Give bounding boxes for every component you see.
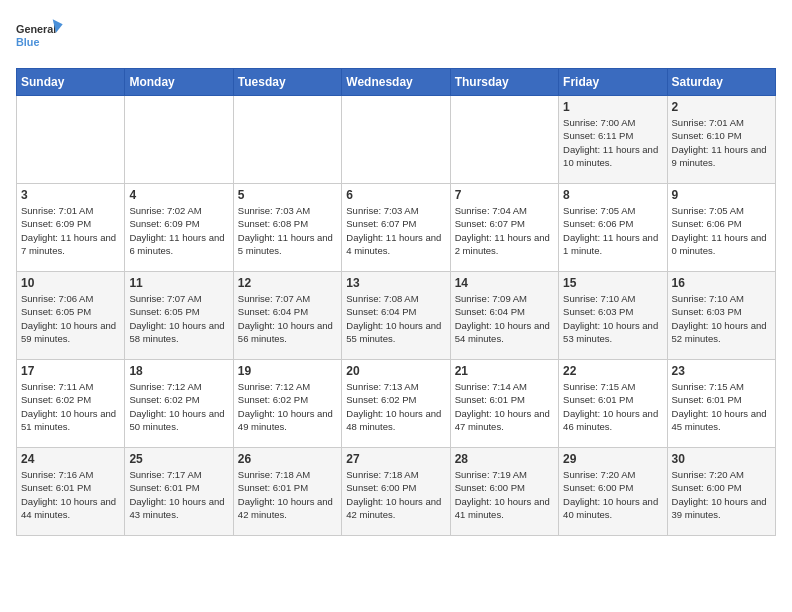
day-number: 8 <box>563 188 662 202</box>
weekday-header: Monday <box>125 69 233 96</box>
cell-info: Sunrise: 7:02 AM Sunset: 6:09 PM Dayligh… <box>129 204 228 257</box>
day-number: 12 <box>238 276 337 290</box>
day-number: 24 <box>21 452 120 466</box>
cell-info: Sunrise: 7:19 AM Sunset: 6:00 PM Dayligh… <box>455 468 554 521</box>
cell-info: Sunrise: 7:14 AM Sunset: 6:01 PM Dayligh… <box>455 380 554 433</box>
calendar-cell: 24Sunrise: 7:16 AM Sunset: 6:01 PM Dayli… <box>17 448 125 536</box>
calendar-cell: 18Sunrise: 7:12 AM Sunset: 6:02 PM Dayli… <box>125 360 233 448</box>
cell-info: Sunrise: 7:07 AM Sunset: 6:05 PM Dayligh… <box>129 292 228 345</box>
cell-info: Sunrise: 7:01 AM Sunset: 6:09 PM Dayligh… <box>21 204 120 257</box>
day-number: 14 <box>455 276 554 290</box>
cell-info: Sunrise: 7:03 AM Sunset: 6:08 PM Dayligh… <box>238 204 337 257</box>
calendar-week-row: 10Sunrise: 7:06 AM Sunset: 6:05 PM Dayli… <box>17 272 776 360</box>
day-number: 26 <box>238 452 337 466</box>
calendar-cell: 28Sunrise: 7:19 AM Sunset: 6:00 PM Dayli… <box>450 448 558 536</box>
day-number: 21 <box>455 364 554 378</box>
cell-info: Sunrise: 7:18 AM Sunset: 6:01 PM Dayligh… <box>238 468 337 521</box>
day-number: 19 <box>238 364 337 378</box>
cell-info: Sunrise: 7:08 AM Sunset: 6:04 PM Dayligh… <box>346 292 445 345</box>
weekday-header: Thursday <box>450 69 558 96</box>
calendar-table: SundayMondayTuesdayWednesdayThursdayFrid… <box>16 68 776 536</box>
calendar-cell <box>233 96 341 184</box>
calendar-cell <box>450 96 558 184</box>
cell-info: Sunrise: 7:05 AM Sunset: 6:06 PM Dayligh… <box>672 204 771 257</box>
calendar-cell: 1Sunrise: 7:00 AM Sunset: 6:11 PM Daylig… <box>559 96 667 184</box>
calendar-cell: 10Sunrise: 7:06 AM Sunset: 6:05 PM Dayli… <box>17 272 125 360</box>
day-number: 10 <box>21 276 120 290</box>
day-number: 7 <box>455 188 554 202</box>
calendar-cell: 21Sunrise: 7:14 AM Sunset: 6:01 PM Dayli… <box>450 360 558 448</box>
cell-info: Sunrise: 7:04 AM Sunset: 6:07 PM Dayligh… <box>455 204 554 257</box>
cell-info: Sunrise: 7:20 AM Sunset: 6:00 PM Dayligh… <box>563 468 662 521</box>
cell-info: Sunrise: 7:17 AM Sunset: 6:01 PM Dayligh… <box>129 468 228 521</box>
calendar-cell <box>17 96 125 184</box>
weekday-header: Tuesday <box>233 69 341 96</box>
calendar-cell: 16Sunrise: 7:10 AM Sunset: 6:03 PM Dayli… <box>667 272 775 360</box>
day-number: 17 <box>21 364 120 378</box>
logo: General Blue <box>16 16 66 56</box>
cell-info: Sunrise: 7:16 AM Sunset: 6:01 PM Dayligh… <box>21 468 120 521</box>
cell-info: Sunrise: 7:00 AM Sunset: 6:11 PM Dayligh… <box>563 116 662 169</box>
calendar-cell: 11Sunrise: 7:07 AM Sunset: 6:05 PM Dayli… <box>125 272 233 360</box>
cell-info: Sunrise: 7:05 AM Sunset: 6:06 PM Dayligh… <box>563 204 662 257</box>
day-number: 1 <box>563 100 662 114</box>
calendar-week-row: 1Sunrise: 7:00 AM Sunset: 6:11 PM Daylig… <box>17 96 776 184</box>
cell-info: Sunrise: 7:10 AM Sunset: 6:03 PM Dayligh… <box>672 292 771 345</box>
calendar-cell: 7Sunrise: 7:04 AM Sunset: 6:07 PM Daylig… <box>450 184 558 272</box>
calendar-week-row: 3Sunrise: 7:01 AM Sunset: 6:09 PM Daylig… <box>17 184 776 272</box>
calendar-cell: 15Sunrise: 7:10 AM Sunset: 6:03 PM Dayli… <box>559 272 667 360</box>
day-number: 3 <box>21 188 120 202</box>
day-number: 18 <box>129 364 228 378</box>
calendar-cell: 4Sunrise: 7:02 AM Sunset: 6:09 PM Daylig… <box>125 184 233 272</box>
cell-info: Sunrise: 7:09 AM Sunset: 6:04 PM Dayligh… <box>455 292 554 345</box>
day-number: 11 <box>129 276 228 290</box>
day-number: 22 <box>563 364 662 378</box>
calendar-cell: 9Sunrise: 7:05 AM Sunset: 6:06 PM Daylig… <box>667 184 775 272</box>
cell-info: Sunrise: 7:13 AM Sunset: 6:02 PM Dayligh… <box>346 380 445 433</box>
day-number: 13 <box>346 276 445 290</box>
calendar-cell <box>342 96 450 184</box>
calendar-cell: 19Sunrise: 7:12 AM Sunset: 6:02 PM Dayli… <box>233 360 341 448</box>
cell-info: Sunrise: 7:12 AM Sunset: 6:02 PM Dayligh… <box>238 380 337 433</box>
cell-info: Sunrise: 7:10 AM Sunset: 6:03 PM Dayligh… <box>563 292 662 345</box>
cell-info: Sunrise: 7:03 AM Sunset: 6:07 PM Dayligh… <box>346 204 445 257</box>
calendar-cell: 26Sunrise: 7:18 AM Sunset: 6:01 PM Dayli… <box>233 448 341 536</box>
weekday-header: Friday <box>559 69 667 96</box>
cell-info: Sunrise: 7:15 AM Sunset: 6:01 PM Dayligh… <box>563 380 662 433</box>
calendar-cell: 8Sunrise: 7:05 AM Sunset: 6:06 PM Daylig… <box>559 184 667 272</box>
calendar-cell: 14Sunrise: 7:09 AM Sunset: 6:04 PM Dayli… <box>450 272 558 360</box>
weekday-header: Saturday <box>667 69 775 96</box>
calendar-cell: 13Sunrise: 7:08 AM Sunset: 6:04 PM Dayli… <box>342 272 450 360</box>
day-number: 5 <box>238 188 337 202</box>
svg-text:Blue: Blue <box>16 36 39 48</box>
cell-info: Sunrise: 7:20 AM Sunset: 6:00 PM Dayligh… <box>672 468 771 521</box>
day-number: 23 <box>672 364 771 378</box>
day-number: 27 <box>346 452 445 466</box>
logo-svg: General Blue <box>16 16 66 56</box>
calendar-week-row: 17Sunrise: 7:11 AM Sunset: 6:02 PM Dayli… <box>17 360 776 448</box>
calendar-cell: 3Sunrise: 7:01 AM Sunset: 6:09 PM Daylig… <box>17 184 125 272</box>
cell-info: Sunrise: 7:12 AM Sunset: 6:02 PM Dayligh… <box>129 380 228 433</box>
day-number: 25 <box>129 452 228 466</box>
day-number: 15 <box>563 276 662 290</box>
day-number: 9 <box>672 188 771 202</box>
cell-info: Sunrise: 7:06 AM Sunset: 6:05 PM Dayligh… <box>21 292 120 345</box>
day-number: 4 <box>129 188 228 202</box>
weekday-header: Wednesday <box>342 69 450 96</box>
cell-info: Sunrise: 7:15 AM Sunset: 6:01 PM Dayligh… <box>672 380 771 433</box>
cell-info: Sunrise: 7:11 AM Sunset: 6:02 PM Dayligh… <box>21 380 120 433</box>
calendar-cell: 22Sunrise: 7:15 AM Sunset: 6:01 PM Dayli… <box>559 360 667 448</box>
calendar-cell: 12Sunrise: 7:07 AM Sunset: 6:04 PM Dayli… <box>233 272 341 360</box>
calendar-cell: 6Sunrise: 7:03 AM Sunset: 6:07 PM Daylig… <box>342 184 450 272</box>
day-number: 29 <box>563 452 662 466</box>
calendar-cell: 17Sunrise: 7:11 AM Sunset: 6:02 PM Dayli… <box>17 360 125 448</box>
calendar-cell: 27Sunrise: 7:18 AM Sunset: 6:00 PM Dayli… <box>342 448 450 536</box>
day-number: 28 <box>455 452 554 466</box>
calendar-cell: 5Sunrise: 7:03 AM Sunset: 6:08 PM Daylig… <box>233 184 341 272</box>
day-number: 20 <box>346 364 445 378</box>
day-number: 16 <box>672 276 771 290</box>
calendar-cell: 23Sunrise: 7:15 AM Sunset: 6:01 PM Dayli… <box>667 360 775 448</box>
svg-text:General: General <box>16 23 56 35</box>
calendar-header-row: SundayMondayTuesdayWednesdayThursdayFrid… <box>17 69 776 96</box>
calendar-cell: 30Sunrise: 7:20 AM Sunset: 6:00 PM Dayli… <box>667 448 775 536</box>
